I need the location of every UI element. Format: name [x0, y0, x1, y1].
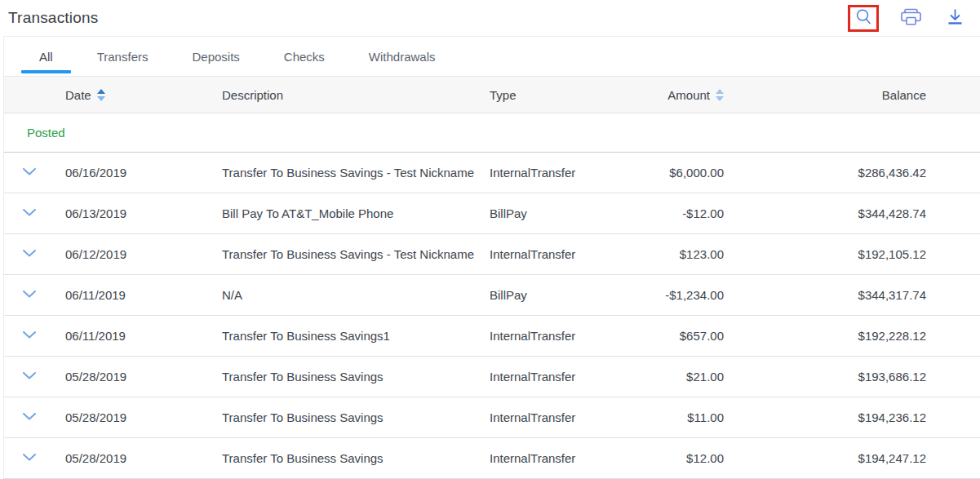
row-expand-button[interactable] — [4, 330, 55, 342]
cell-type: InternalTransfer — [477, 370, 641, 384]
cell-date: 05/28/2019 — [55, 370, 208, 384]
cell-balance: $344,428.74 — [724, 206, 980, 220]
chevron-down-icon — [22, 452, 37, 464]
cell-date: 05/28/2019 — [55, 451, 208, 465]
row-expand-button[interactable] — [4, 289, 55, 301]
cell-balance: $286,436.42 — [724, 166, 980, 180]
tab-bar: All Transfers Deposits Checks Withdrawal… — [4, 37, 980, 76]
cell-description: Transfer To Business Savings — [208, 451, 477, 465]
row-expand-button[interactable] — [4, 370, 55, 383]
cell-description: Transfer To Business Savings - Test Nick… — [208, 247, 477, 261]
section-row-posted: Posted — [4, 113, 980, 153]
cell-date: 05/28/2019 — [55, 410, 208, 424]
posted-label: Posted — [27, 126, 65, 140]
tab-checks[interactable]: Checks — [262, 37, 347, 76]
tab-label: All — [39, 50, 53, 64]
column-header-type: Type — [477, 88, 641, 102]
page-title: Transactions — [8, 9, 98, 27]
cell-balance: $344,317.74 — [724, 288, 980, 302]
table-row: 06/13/2019 Bill Pay To AT&T_Mobile Phone… — [4, 193, 980, 234]
cell-date: 06/11/2019 — [55, 329, 208, 343]
tab-transfers[interactable]: Transfers — [75, 37, 171, 76]
row-expand-button[interactable] — [4, 248, 55, 260]
column-header-balance: Balance — [724, 88, 980, 102]
chevron-down-icon — [22, 411, 37, 424]
cell-date: 06/11/2019 — [55, 288, 208, 302]
cell-type: BillPay — [477, 288, 641, 302]
table-row: 06/16/2019 Transfer To Business Savings … — [4, 153, 980, 193]
table-row: 06/12/2019 Transfer To Business Savings … — [4, 234, 980, 275]
tab-label: Withdrawals — [369, 50, 436, 64]
transactions-list: 06/16/2019 Transfer To Business Savings … — [4, 153, 980, 479]
cell-description: Transfer To Business Savings1 — [208, 329, 477, 343]
download-button[interactable] — [942, 6, 967, 30]
chevron-down-icon — [22, 330, 37, 342]
cell-type: InternalTransfer — [477, 329, 641, 343]
row-expand-button[interactable] — [4, 452, 55, 464]
cell-balance: $194,247.12 — [724, 451, 980, 465]
column-header-description-label: Description — [222, 88, 283, 102]
cell-amount: $21.00 — [641, 370, 724, 384]
page-header: Transactions — [0, 0, 980, 36]
table-row: 05/28/2019 Transfer To Business Savings … — [4, 438, 980, 479]
tab-label: Checks — [284, 50, 325, 64]
chevron-down-icon — [22, 166, 37, 179]
cell-type: InternalTransfer — [477, 166, 641, 180]
print-icon — [900, 7, 922, 29]
cell-balance: $192,105.12 — [724, 247, 980, 261]
column-header-date-label: Date — [65, 88, 91, 102]
column-header-type-label: Type — [490, 88, 517, 102]
cell-type: InternalTransfer — [477, 247, 641, 261]
cell-description: Bill Pay To AT&T_Mobile Phone — [208, 206, 477, 220]
cell-date: 06/13/2019 — [55, 206, 208, 220]
cell-balance: $194,236.12 — [724, 410, 980, 424]
cell-description: N/A — [208, 288, 477, 302]
cell-amount: $11.00 — [641, 410, 724, 424]
cell-amount: $657.00 — [641, 329, 724, 343]
table-row: 05/28/2019 Transfer To Business Savings … — [4, 397, 980, 438]
cell-type: BillPay — [477, 206, 641, 220]
download-icon — [946, 7, 964, 29]
chevron-down-icon — [22, 289, 37, 301]
chevron-down-icon — [22, 370, 37, 383]
table-row: 05/28/2019 Transfer To Business Savings … — [4, 357, 980, 397]
column-header-amount[interactable]: Amount — [641, 88, 724, 102]
sort-icon — [97, 89, 105, 101]
tab-withdrawals[interactable]: Withdrawals — [347, 37, 458, 76]
chevron-down-icon — [22, 207, 37, 220]
cell-amount: -$1,234.00 — [641, 288, 724, 302]
column-header-amount-label: Amount — [667, 88, 710, 102]
cell-type: InternalTransfer — [477, 410, 641, 424]
cell-balance: $193,686.12 — [724, 370, 980, 384]
cell-amount: $123.00 — [641, 247, 724, 261]
column-header-date[interactable]: Date — [55, 88, 208, 102]
cell-date: 06/12/2019 — [55, 247, 208, 261]
tab-label: Deposits — [192, 50, 239, 64]
table-row: 06/11/2019 N/A BillPay -$1,234.00 $344,3… — [4, 275, 980, 316]
search-icon — [854, 7, 873, 29]
cell-amount: $6,000.00 — [641, 166, 724, 180]
column-header-balance-label: Balance — [882, 88, 926, 102]
sort-icon — [716, 89, 724, 101]
column-header-description: Description — [208, 88, 477, 102]
print-button[interactable] — [898, 6, 923, 30]
toolbar — [848, 5, 967, 32]
row-expand-button[interactable] — [4, 166, 55, 179]
table-row: 06/11/2019 Transfer To Business Savings1… — [4, 316, 980, 357]
cell-amount: $12.00 — [641, 451, 724, 465]
cell-amount: -$12.00 — [641, 206, 724, 220]
chevron-down-icon — [22, 248, 37, 260]
tab-all[interactable]: All — [17, 37, 75, 76]
cell-date: 06/16/2019 — [55, 166, 208, 180]
tab-deposits[interactable]: Deposits — [170, 37, 261, 76]
search-button[interactable] — [851, 6, 876, 30]
cell-description: Transfer To Business Savings - Test Nick… — [208, 166, 477, 180]
row-expand-button[interactable] — [4, 411, 55, 424]
cell-balance: $192,228.12 — [724, 329, 980, 343]
cell-description: Transfer To Business Savings — [208, 370, 477, 384]
cell-description: Transfer To Business Savings — [208, 410, 477, 424]
tab-label: Transfers — [97, 50, 149, 64]
transactions-card: All Transfers Deposits Checks Withdrawal… — [3, 36, 980, 479]
table-header-row: Date Description Type Amount Balance — [4, 76, 980, 113]
row-expand-button[interactable] — [4, 207, 55, 220]
